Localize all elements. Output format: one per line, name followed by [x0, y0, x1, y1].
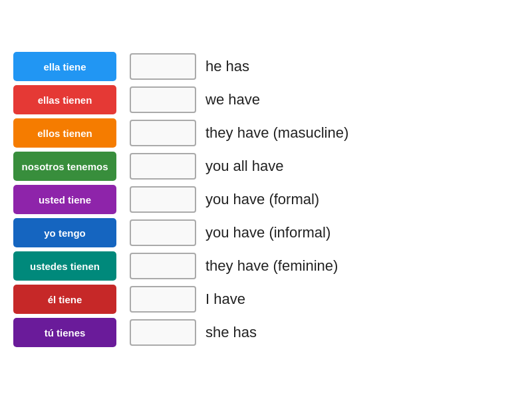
term-button-ellas-tienen[interactable]: ellas tienen [13, 85, 116, 114]
drop-box-you-have-formal[interactable] [130, 186, 196, 213]
drop-box-i-have[interactable] [130, 286, 196, 313]
left-column: ella tieneellas tienenellos tienennosotr… [13, 52, 116, 347]
term-button-nosotros-tenemos[interactable]: nosotros tenemos [13, 152, 116, 181]
definition-label-they-have-masc: they have (masucline) [205, 124, 348, 142]
drop-box-you-have-informal[interactable] [130, 219, 196, 246]
drop-box-we-have[interactable] [130, 86, 196, 113]
drop-box-you-all-have[interactable] [130, 153, 196, 180]
drop-box-he-has[interactable] [130, 53, 196, 80]
term-button-el-tiene[interactable]: él tiene [13, 285, 116, 314]
drop-box-they-have-fem[interactable] [130, 253, 196, 279]
match-row-we-have: we have [130, 85, 519, 114]
match-row-i-have: I have [130, 285, 519, 314]
match-row-they-have-masc: they have (masucline) [130, 118, 519, 148]
definition-label-you-have-informal: you have (informal) [205, 224, 331, 241]
definition-label-you-all-have: you all have [205, 158, 283, 175]
match-row-you-have-formal: you have (formal) [130, 185, 519, 214]
term-button-tu-tienes[interactable]: tú tienes [13, 318, 116, 347]
definition-label-she-has: she has [205, 324, 257, 341]
term-button-usted-tiene[interactable]: usted tiene [13, 185, 116, 214]
right-column: he haswe havethey have (masucline)you al… [130, 52, 519, 347]
match-row-you-have-informal: you have (informal) [130, 218, 519, 247]
drop-box-they-have-masc[interactable] [130, 120, 196, 146]
drop-box-she-has[interactable] [130, 319, 196, 346]
term-button-ellos-tienen[interactable]: ellos tienen [13, 118, 116, 148]
definition-label-he-has: he has [205, 58, 249, 75]
term-button-ustedes-tienen[interactable]: ustedes tienen [13, 251, 116, 281]
match-row-they-have-fem: they have (feminine) [130, 251, 519, 281]
term-button-ella-tiene[interactable]: ella tiene [13, 52, 116, 81]
definition-label-i-have: I have [205, 291, 245, 308]
term-button-yo-tengo[interactable]: yo tengo [13, 218, 116, 247]
match-row-he-has: he has [130, 52, 519, 81]
main-container: ella tieneellas tienenellos tienennosotr… [0, 39, 532, 360]
definition-label-we-have: we have [205, 91, 260, 108]
match-row-you-all-have: you all have [130, 152, 519, 181]
match-row-she-has: she has [130, 318, 519, 347]
definition-label-you-have-formal: you have (formal) [205, 191, 319, 208]
definition-label-they-have-fem: they have (feminine) [205, 257, 338, 275]
